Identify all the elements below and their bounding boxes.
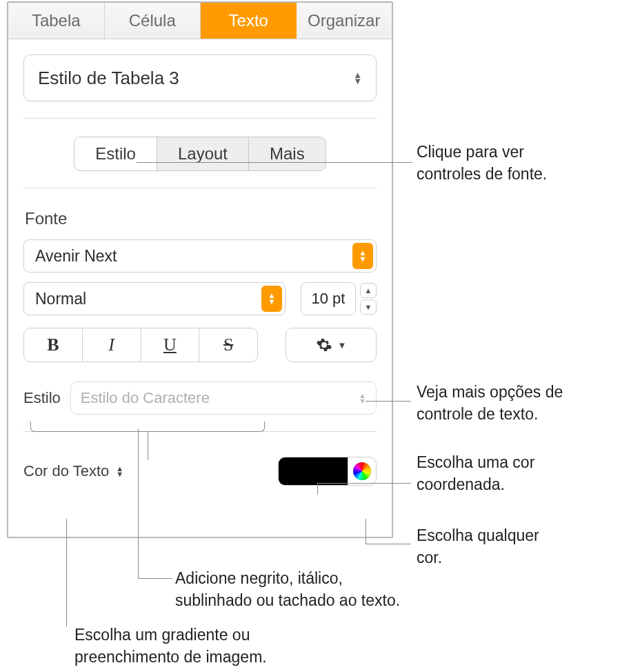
bius-segmented: B I U S	[23, 328, 258, 362]
callout-bius: Adicione negrito, itálico, sublinhado ou…	[175, 567, 400, 611]
callout-wheel: Escolha qualquer cor.	[417, 524, 539, 569]
divider	[23, 118, 377, 119]
callout-leader	[66, 519, 67, 626]
chevron-updown-icon: ▲▼	[353, 72, 362, 84]
chevron-updown-icon: ▲▼	[116, 466, 123, 477]
font-weight-popup[interactable]: Normal ▲▼	[23, 282, 286, 315]
paragraph-style-value: Estilo de Tabela 3	[38, 68, 179, 89]
callout-bracket	[30, 422, 265, 432]
font-size-field[interactable]: 10 pt	[301, 282, 356, 315]
italic-button[interactable]: I	[83, 328, 141, 362]
callout-leader	[137, 162, 412, 163]
font-size-value: 10 pt	[312, 290, 346, 308]
font-family-value: Avenir Next	[35, 247, 117, 266]
tab-tabela[interactable]: Tabela	[8, 3, 105, 39]
chevron-down-icon: ▼	[338, 340, 347, 350]
callout-leader	[317, 483, 318, 495]
callout-leader	[366, 544, 411, 544]
strikethrough-button[interactable]: S	[199, 328, 257, 362]
format-inspector-panel: Tabela Célula Texto Organizar Estilo de …	[7, 1, 393, 538]
text-color-label-popup[interactable]: Cor do Texto ▲▼	[23, 462, 123, 480]
underline-button[interactable]: U	[141, 328, 200, 362]
font-size-step-down[interactable]: ▼	[360, 299, 377, 315]
chevron-updown-icon: ▲▼	[352, 243, 373, 269]
font-weight-value: Normal	[35, 290, 86, 308]
color-wheel-icon	[353, 462, 371, 480]
advanced-text-options-popup[interactable]: ▼	[286, 328, 377, 362]
font-section-label: Fonte	[25, 209, 392, 228]
callout-font-controls: Clique para ver controles de fonte.	[417, 141, 547, 185]
bold-button[interactable]: B	[24, 328, 83, 362]
text-color-controls	[278, 457, 377, 486]
callout-color-label: Escolha um gradiente ou preenchimento de…	[74, 624, 267, 668]
paragraph-style-popup[interactable]: Estilo de Tabela 3 ▲▼	[23, 55, 377, 101]
callout-leader	[366, 519, 366, 544]
chevron-updown-icon: ▲▼	[359, 393, 366, 404]
callout-leader	[366, 401, 411, 402]
text-color-label: Cor do Texto	[23, 462, 109, 480]
font-size-step-up[interactable]: ▲	[360, 283, 377, 298]
character-style-label: Estilo	[23, 389, 61, 407]
character-style-popup[interactable]: Estilo do Caractere ▲▼	[70, 382, 377, 415]
callout-leader	[138, 429, 139, 578]
chevron-updown-icon: ▲▼	[261, 286, 282, 312]
tab-organizar[interactable]: Organizar	[297, 3, 392, 39]
inspector-top-tabs: Tabela Célula Texto Organizar	[8, 3, 392, 39]
callout-gear: Veja mais opções de controle de texto.	[417, 381, 563, 425]
tab-layout[interactable]: Layout	[157, 137, 249, 170]
tab-mais[interactable]: Mais	[249, 137, 326, 170]
tab-estilo[interactable]: Estilo	[74, 137, 157, 170]
text-subtabs: Estilo Layout Mais	[74, 137, 326, 171]
callout-leader	[138, 578, 172, 579]
tab-texto[interactable]: Texto	[201, 3, 297, 39]
gear-icon	[316, 337, 332, 353]
divider	[23, 188, 377, 188]
character-style-placeholder: Estilo do Caractere	[81, 389, 210, 407]
color-wheel-button[interactable]	[348, 457, 376, 485]
callout-leader	[317, 483, 411, 484]
text-color-swatch[interactable]	[279, 457, 348, 485]
callout-swatch: Escolha uma cor coordenada.	[417, 451, 534, 495]
font-family-popup[interactable]: Avenir Next ▲▼	[23, 239, 377, 273]
tab-celula[interactable]: Célula	[105, 3, 201, 39]
